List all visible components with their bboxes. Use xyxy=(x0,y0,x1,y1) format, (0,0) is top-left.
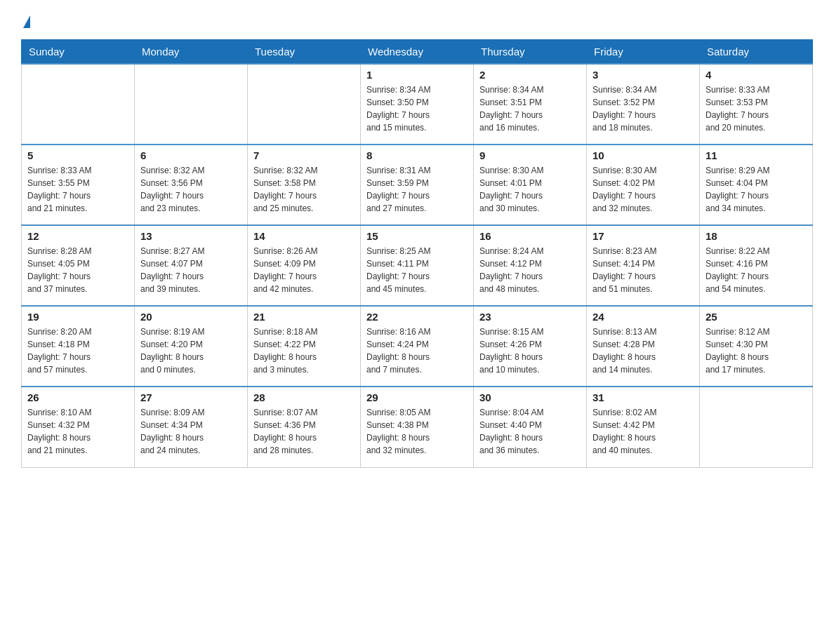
day-cell: 20Sunrise: 8:19 AM Sunset: 4:20 PM Dayli… xyxy=(135,306,248,387)
day-number: 13 xyxy=(140,230,241,242)
weekday-header-wednesday: Wednesday xyxy=(361,40,474,65)
day-number: 28 xyxy=(253,391,355,403)
day-cell: 5Sunrise: 8:33 AM Sunset: 3:55 PM Daylig… xyxy=(22,145,135,225)
day-number: 29 xyxy=(366,391,468,403)
day-number: 10 xyxy=(593,149,694,161)
day-number: 5 xyxy=(27,149,128,161)
day-cell: 13Sunrise: 8:27 AM Sunset: 4:07 PM Dayli… xyxy=(135,225,248,306)
page-header xyxy=(21,14,813,27)
day-cell: 31Sunrise: 8:02 AM Sunset: 4:42 PM Dayli… xyxy=(587,387,700,467)
day-info: Sunrise: 8:32 AM Sunset: 3:58 PM Dayligh… xyxy=(253,164,355,215)
logo-triangle-icon xyxy=(23,15,30,28)
day-info: Sunrise: 8:04 AM Sunset: 4:40 PM Dayligh… xyxy=(479,406,581,457)
day-number: 15 xyxy=(366,230,468,242)
day-info: Sunrise: 8:33 AM Sunset: 3:55 PM Dayligh… xyxy=(27,164,128,215)
day-number: 4 xyxy=(706,69,807,81)
day-number: 27 xyxy=(140,391,241,403)
weekday-header-row: SundayMondayTuesdayWednesdayThursdayFrid… xyxy=(22,40,813,65)
day-number: 12 xyxy=(27,230,128,242)
day-info: Sunrise: 8:34 AM Sunset: 3:52 PM Dayligh… xyxy=(593,83,694,134)
day-number: 14 xyxy=(253,230,355,242)
day-cell: 30Sunrise: 8:04 AM Sunset: 4:40 PM Dayli… xyxy=(474,387,587,467)
day-info: Sunrise: 8:22 AM Sunset: 4:16 PM Dayligh… xyxy=(706,245,807,295)
day-cell: 29Sunrise: 8:05 AM Sunset: 4:38 PM Dayli… xyxy=(361,387,474,467)
day-cell: 18Sunrise: 8:22 AM Sunset: 4:16 PM Dayli… xyxy=(700,225,813,306)
day-cell: 16Sunrise: 8:24 AM Sunset: 4:12 PM Dayli… xyxy=(474,225,587,306)
day-cell: 15Sunrise: 8:25 AM Sunset: 4:11 PM Dayli… xyxy=(361,225,474,306)
day-cell: 25Sunrise: 8:12 AM Sunset: 4:30 PM Dayli… xyxy=(700,306,813,387)
day-number: 8 xyxy=(366,149,468,161)
day-cell: 3Sunrise: 8:34 AM Sunset: 3:52 PM Daylig… xyxy=(587,64,700,145)
logo xyxy=(21,14,30,27)
day-info: Sunrise: 8:31 AM Sunset: 3:59 PM Dayligh… xyxy=(366,164,468,215)
day-cell: 1Sunrise: 8:34 AM Sunset: 3:50 PM Daylig… xyxy=(361,64,474,145)
day-cell: 23Sunrise: 8:15 AM Sunset: 4:26 PM Dayli… xyxy=(474,306,587,387)
day-cell: 14Sunrise: 8:26 AM Sunset: 4:09 PM Dayli… xyxy=(248,225,361,306)
day-number: 22 xyxy=(366,311,468,323)
day-cell: 19Sunrise: 8:20 AM Sunset: 4:18 PM Dayli… xyxy=(22,306,135,387)
day-cell: 4Sunrise: 8:33 AM Sunset: 3:53 PM Daylig… xyxy=(700,64,813,145)
day-cell: 27Sunrise: 8:09 AM Sunset: 4:34 PM Dayli… xyxy=(135,387,248,467)
day-info: Sunrise: 8:18 AM Sunset: 4:22 PM Dayligh… xyxy=(253,326,355,376)
weekday-header-sunday: Sunday xyxy=(22,40,135,65)
week-row-4: 19Sunrise: 8:20 AM Sunset: 4:18 PM Dayli… xyxy=(22,306,813,387)
day-cell: 22Sunrise: 8:16 AM Sunset: 4:24 PM Dayli… xyxy=(361,306,474,387)
day-cell: 21Sunrise: 8:18 AM Sunset: 4:22 PM Dayli… xyxy=(248,306,361,387)
day-info: Sunrise: 8:30 AM Sunset: 4:01 PM Dayligh… xyxy=(479,164,581,215)
week-row-2: 5Sunrise: 8:33 AM Sunset: 3:55 PM Daylig… xyxy=(22,145,813,225)
day-number: 30 xyxy=(479,391,581,403)
day-cell: 2Sunrise: 8:34 AM Sunset: 3:51 PM Daylig… xyxy=(474,64,587,145)
weekday-header-saturday: Saturday xyxy=(700,40,813,65)
week-row-5: 26Sunrise: 8:10 AM Sunset: 4:32 PM Dayli… xyxy=(22,387,813,467)
day-number: 21 xyxy=(253,311,355,323)
weekday-header-thursday: Thursday xyxy=(474,40,587,65)
day-info: Sunrise: 8:05 AM Sunset: 4:38 PM Dayligh… xyxy=(366,406,468,457)
day-number: 16 xyxy=(479,230,581,242)
day-info: Sunrise: 8:34 AM Sunset: 3:50 PM Dayligh… xyxy=(366,83,468,134)
day-cell: 11Sunrise: 8:29 AM Sunset: 4:04 PM Dayli… xyxy=(700,145,813,225)
day-info: Sunrise: 8:30 AM Sunset: 4:02 PM Dayligh… xyxy=(593,164,694,215)
day-cell: 24Sunrise: 8:13 AM Sunset: 4:28 PM Dayli… xyxy=(587,306,700,387)
day-info: Sunrise: 8:32 AM Sunset: 3:56 PM Dayligh… xyxy=(140,164,241,215)
day-cell: 10Sunrise: 8:30 AM Sunset: 4:02 PM Dayli… xyxy=(587,145,700,225)
day-info: Sunrise: 8:34 AM Sunset: 3:51 PM Dayligh… xyxy=(479,83,581,134)
day-cell xyxy=(248,64,361,145)
day-cell: 17Sunrise: 8:23 AM Sunset: 4:14 PM Dayli… xyxy=(587,225,700,306)
day-cell: 7Sunrise: 8:32 AM Sunset: 3:58 PM Daylig… xyxy=(248,145,361,225)
day-info: Sunrise: 8:10 AM Sunset: 4:32 PM Dayligh… xyxy=(27,406,128,457)
day-cell: 28Sunrise: 8:07 AM Sunset: 4:36 PM Dayli… xyxy=(248,387,361,467)
day-number: 18 xyxy=(706,230,807,242)
day-info: Sunrise: 8:23 AM Sunset: 4:14 PM Dayligh… xyxy=(593,245,694,295)
day-number: 26 xyxy=(27,391,128,403)
day-number: 19 xyxy=(27,311,128,323)
day-info: Sunrise: 8:19 AM Sunset: 4:20 PM Dayligh… xyxy=(140,326,241,376)
day-number: 20 xyxy=(140,311,241,323)
day-number: 23 xyxy=(479,311,581,323)
day-number: 17 xyxy=(593,230,694,242)
day-info: Sunrise: 8:15 AM Sunset: 4:26 PM Dayligh… xyxy=(479,326,581,376)
day-info: Sunrise: 8:12 AM Sunset: 4:30 PM Dayligh… xyxy=(706,326,807,376)
day-info: Sunrise: 8:27 AM Sunset: 4:07 PM Dayligh… xyxy=(140,245,241,295)
week-row-1: 1Sunrise: 8:34 AM Sunset: 3:50 PM Daylig… xyxy=(22,64,813,145)
calendar-table: SundayMondayTuesdayWednesdayThursdayFrid… xyxy=(21,39,813,468)
weekday-header-monday: Monday xyxy=(135,40,248,65)
day-number: 25 xyxy=(706,311,807,323)
day-info: Sunrise: 8:29 AM Sunset: 4:04 PM Dayligh… xyxy=(706,164,807,215)
day-number: 7 xyxy=(253,149,355,161)
day-cell xyxy=(22,64,135,145)
day-info: Sunrise: 8:28 AM Sunset: 4:05 PM Dayligh… xyxy=(27,245,128,295)
day-cell xyxy=(135,64,248,145)
day-info: Sunrise: 8:25 AM Sunset: 4:11 PM Dayligh… xyxy=(366,245,468,295)
day-info: Sunrise: 8:26 AM Sunset: 4:09 PM Dayligh… xyxy=(253,245,355,295)
day-number: 3 xyxy=(593,69,694,81)
day-info: Sunrise: 8:24 AM Sunset: 4:12 PM Dayligh… xyxy=(479,245,581,295)
day-info: Sunrise: 8:16 AM Sunset: 4:24 PM Dayligh… xyxy=(366,326,468,376)
day-number: 1 xyxy=(366,69,468,81)
day-cell: 8Sunrise: 8:31 AM Sunset: 3:59 PM Daylig… xyxy=(361,145,474,225)
day-cell xyxy=(700,387,813,467)
day-cell: 6Sunrise: 8:32 AM Sunset: 3:56 PM Daylig… xyxy=(135,145,248,225)
day-number: 9 xyxy=(479,149,581,161)
day-info: Sunrise: 8:07 AM Sunset: 4:36 PM Dayligh… xyxy=(253,406,355,457)
weekday-header-friday: Friday xyxy=(587,40,700,65)
day-info: Sunrise: 8:02 AM Sunset: 4:42 PM Dayligh… xyxy=(593,406,694,457)
